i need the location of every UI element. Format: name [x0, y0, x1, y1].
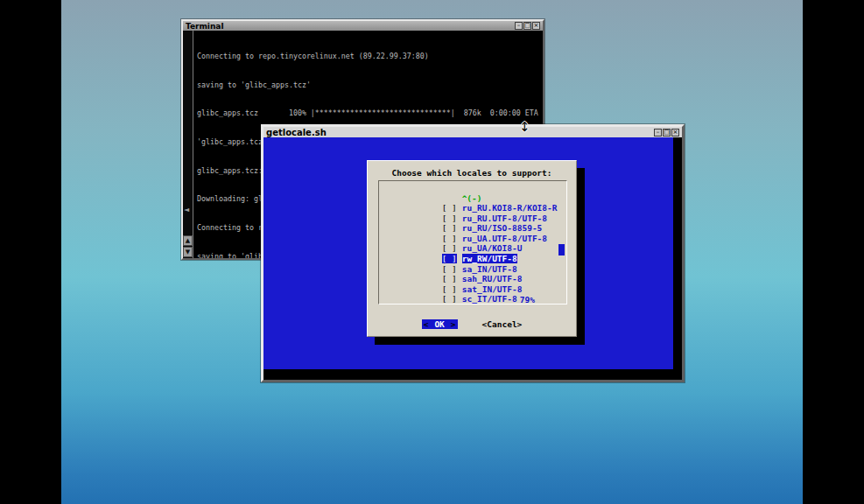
getlocale-body: Choose which locales to support: ^(-) [ …	[263, 137, 682, 380]
getlocale-window-controls: – □ ×	[654, 129, 679, 136]
checkbox[interactable]: [ ]	[442, 223, 457, 233]
scroll-up-indicator: ^(-)	[379, 183, 566, 193]
iconify-icon[interactable]: –	[654, 129, 662, 136]
scrollbar-thumb-icon[interactable]: ◄	[184, 206, 189, 214]
terminal-title: Terminal	[186, 22, 224, 31]
scroll-percent: 79%	[520, 295, 535, 304]
terminal-line: glibc_apps.tcz 100% |*******************…	[197, 108, 543, 118]
dialog-screen: Choose which locales to support: ^(-) [ …	[263, 137, 673, 369]
terminal-scrollbar[interactable]: ◄ ▲ ▼	[183, 31, 193, 258]
terminal-line: saving to 'glibc_apps.tcz'	[197, 80, 543, 90]
checkbox[interactable]: [ ]	[442, 243, 457, 253]
dialog-buttons: <OK> <Cancel>	[368, 319, 576, 329]
resize-cursor-icon: ↕	[519, 119, 530, 135]
list-scrollbar-thumb	[558, 244, 565, 256]
checkbox[interactable]: [ ]	[442, 214, 457, 223]
close-icon[interactable]: ×	[532, 22, 540, 30]
maximize-icon[interactable]: □	[663, 129, 671, 136]
ok-button[interactable]: <OK>	[422, 319, 458, 329]
scroll-up-icon[interactable]: ▲	[183, 235, 193, 246]
maximize-icon[interactable]: □	[523, 22, 531, 30]
iconify-icon[interactable]: –	[515, 22, 523, 30]
terminal-line: Connecting to repo.tinycorelinux.net (89…	[197, 52, 543, 61]
checkbox[interactable]: [ ]	[442, 254, 457, 263]
close-icon[interactable]: ×	[671, 129, 679, 136]
checkbox[interactable]: [ ]	[442, 264, 457, 274]
locale-dialog: Choose which locales to support: ^(-) [ …	[367, 160, 577, 337]
terminal-window-controls: – □ ×	[515, 22, 540, 30]
locale-list: ^(-) [ ]ru_RU.KOI8-R/KOI8-R [ ]ru_RU.UTF…	[378, 180, 567, 304]
terminal-titlebar[interactable]: Terminal – □ ×	[183, 21, 543, 31]
cancel-button[interactable]: <Cancel>	[482, 319, 523, 329]
scroll-down-indicator: v(+) 79%	[379, 295, 566, 304]
checkbox[interactable]: [ ]	[442, 234, 457, 243]
checkbox[interactable]: [ ]	[442, 203, 457, 213]
screen: { "colors": { "screen_blue": "#1a1ace", …	[0, 0, 864, 504]
getlocale-window: getlocale.sh – □ × Choose which locales …	[261, 124, 685, 382]
dialog-title: Choose which locales to support:	[368, 168, 576, 178]
getlocale-titlebar[interactable]: getlocale.sh – □ ×	[263, 127, 682, 137]
checkbox[interactable]: [ ]	[442, 274, 457, 284]
getlocale-title: getlocale.sh	[266, 128, 327, 137]
checkbox[interactable]: [ ]	[442, 284, 457, 294]
scroll-down-icon[interactable]: ▼	[183, 247, 193, 257]
